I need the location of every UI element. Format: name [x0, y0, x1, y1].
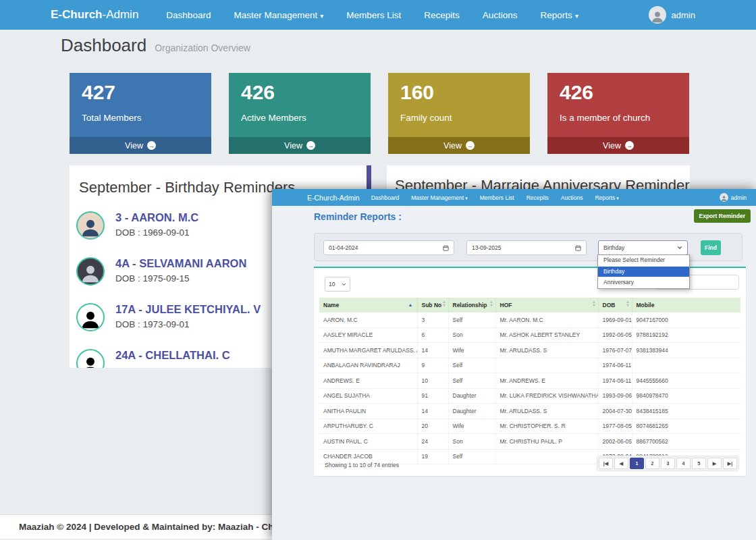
dropdown-option-birthday[interactable]: Birthday [598, 267, 689, 278]
member-dob: DOB : 1973-09-01 [115, 319, 261, 329]
main-nav-items: Dashboard Master Management▾ Members Lis… [155, 10, 590, 20]
nav-item-label: Auctions [561, 194, 583, 201]
cell-relationship: Daughter [448, 388, 495, 404]
column-header-mobile[interactable]: Mobile [632, 298, 740, 313]
cell-name: ANBALAGAN RAVINDRARAJ [319, 358, 417, 373]
view-button[interactable]: View → [70, 137, 211, 154]
screen: E-Church-Admin Dashboard Master Manageme… [0, 0, 756, 540]
page-size-select[interactable]: 10 [325, 277, 350, 292]
stat-card-family-count: 160 Family count View → [388, 73, 530, 154]
nav-item-recepits[interactable]: Recepits [520, 194, 555, 201]
cell-name: AARON. M.C [319, 313, 417, 327]
column-header-hof[interactable]: HOF▴▾ [495, 298, 598, 313]
stat-cards-row: 427 Total Members View → 426 Active Memb… [70, 73, 689, 154]
nav-item-members-list[interactable]: Members List [474, 194, 520, 201]
find-button[interactable]: Find [701, 240, 721, 255]
cell-subno: 14 [417, 404, 448, 419]
reminder-type-select[interactable]: Birthday [598, 240, 688, 255]
column-header-relationship[interactable]: Relationship▴▾ [448, 298, 495, 313]
nav-item-dashboard[interactable]: Dashboard [155, 10, 222, 20]
export-reminder-button[interactable]: Export Reminder [694, 209, 751, 223]
cell-subno: 91 [417, 388, 448, 404]
cell-relationship: Son [448, 434, 495, 450]
nav-item-master-management[interactable]: Master Management▾ [405, 194, 473, 201]
user-menu[interactable]: admin [720, 193, 756, 202]
brand-bold: E-Church [307, 194, 337, 202]
caret-down-icon: ▾ [575, 12, 578, 20]
nav-item-members-list[interactable]: Members List [335, 10, 412, 20]
view-button[interactable]: View → [229, 137, 371, 154]
member-name-link[interactable]: 4A - SELVAMANI AARON [115, 257, 246, 270]
nav-item-label: Dashboard [371, 194, 400, 201]
cell-subno: 20 [417, 418, 448, 434]
dropdown-option-placeholder[interactable]: Please Select Reminder [598, 255, 689, 267]
pagination-last-button[interactable]: ▶| [723, 458, 737, 469]
brand-bold: E-Church [51, 8, 103, 21]
column-header-subno[interactable]: Sub No▴▾ [417, 298, 448, 313]
cell-name: ANITHA PAULIN [319, 404, 417, 419]
column-header-dob[interactable]: DOB▴▾ [598, 298, 632, 313]
cell-dob: 2004-07-30 [598, 404, 632, 419]
view-button[interactable]: View → [388, 137, 530, 154]
nav-item-dashboard[interactable]: Dashboard [365, 194, 406, 201]
pagination-page-4[interactable]: 4 [676, 458, 691, 469]
pagination-first-button[interactable]: |◀ [599, 458, 613, 469]
table-row: AASLEY MIRACLE6SonMr. ASHOK ALBERT STANL… [319, 327, 740, 343]
user-name: admin [731, 194, 747, 201]
cell-dob: 1992-06-05 [598, 327, 632, 343]
dropdown-option-anniversary[interactable]: Anniversary [598, 277, 689, 288]
caret-down-icon: ▾ [320, 12, 323, 20]
cell-relationship: Self [448, 313, 495, 327]
cell-mobile: 9840978470 [632, 388, 740, 404]
pagination-prev-button[interactable]: ◀ [614, 458, 628, 469]
from-date-input[interactable]: 01-04-2024 [323, 240, 454, 255]
person-icon [79, 307, 102, 330]
pagination-page-2[interactable]: 2 [645, 458, 659, 469]
pagination-page-5[interactable]: 5 [692, 458, 706, 469]
cell-relationship: Self [448, 358, 495, 373]
member-dob: DOB : 1969-09-01 [115, 227, 198, 238]
stat-value: 427 [82, 81, 211, 104]
nav-item-auctions[interactable]: Auctions [555, 194, 589, 201]
pagination-page-3[interactable]: 3 [661, 458, 675, 469]
column-header-name[interactable]: Name▲ [319, 298, 417, 313]
cell-subno: 3 [417, 313, 448, 327]
member-avatar [76, 211, 105, 240]
pagination-page-1[interactable]: 1 [630, 458, 644, 469]
pagination-next-button[interactable]: ▶ [707, 458, 722, 469]
caret-down-icon: ▾ [616, 196, 619, 201]
cell-hof: Mr. ANDREWS. E [495, 373, 598, 389]
view-label: View [443, 141, 462, 151]
table-entries-info: Showing 1 to 10 of 74 entries [325, 462, 399, 468]
to-date-input[interactable]: 13-09-2025 [466, 240, 587, 255]
cell-dob: 1974-06-11 [598, 358, 632, 373]
cell-name: ANGEL SUJATHA [319, 388, 417, 404]
column-header-label: Mobile [637, 302, 655, 308]
cell-relationship: Daughter [448, 404, 495, 419]
column-header-label: Sub No [422, 302, 442, 308]
cell-mobile: 9788192192 [632, 327, 740, 343]
nav-item-reports[interactable]: Reports▾ [589, 194, 624, 201]
nav-item-auctions[interactable]: Auctions [471, 10, 529, 20]
brand-rest: -Admin [337, 194, 359, 202]
user-menu[interactable]: admin [649, 6, 756, 24]
table-row: AARON. M.C3SelfMr. AARON. M.C1969-09-019… [319, 313, 740, 327]
stat-card-church-members: 426 Is a member of church View → [547, 73, 689, 154]
cell-name: AUSTIN PAUL. C [319, 434, 417, 450]
nav-item-recepits[interactable]: Recepits [412, 10, 471, 20]
nav-item-master-management[interactable]: Master Management▾ [222, 10, 335, 20]
nav-item-reports[interactable]: Reports▾ [529, 10, 590, 20]
view-button[interactable]: View → [547, 137, 689, 154]
nav-item-label: Members List [480, 194, 514, 201]
member-name-link[interactable]: 24A - CHELLATHAI. C [115, 349, 230, 362]
brand-logo[interactable]: E-Church-Admin [307, 194, 360, 202]
member-name-link[interactable]: 17A - JULEE KETCHIYAL. V [115, 303, 261, 316]
column-header-label: Relationship [453, 302, 487, 308]
member-name-link[interactable]: 3 - AARON. M.C [115, 211, 198, 224]
table-row: ANGEL SUJATHA91DaughterMr. LUKA FREDIRIC… [319, 388, 740, 404]
cell-mobile: 8867700562 [632, 434, 740, 450]
cell-hof: Mr. CHRISTHU PAUL. P [495, 434, 598, 450]
brand-logo[interactable]: E-Church-Admin [51, 8, 138, 22]
column-header-label: HOF [500, 302, 512, 308]
cell-mobile: 8074681265 [632, 418, 740, 434]
